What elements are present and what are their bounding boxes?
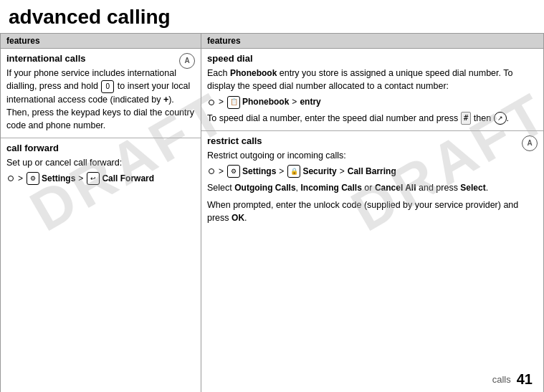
settings-label: Settings xyxy=(42,173,75,185)
call-forward-section: call forward Set up or cancel call forwa… xyxy=(1,138,201,392)
speed-dial-section: speed dial Each Phonebook entry you stor… xyxy=(201,49,543,131)
call-barring-label: Call Barring xyxy=(348,166,396,178)
zero-key-icon: 0 xyxy=(101,80,114,93)
international-calls-section: international calls A If your phone serv… xyxy=(1,49,201,138)
international-calls-icon: A xyxy=(179,53,195,69)
main-layout: features international calls A If your p… xyxy=(0,33,544,392)
phonebook-label: Phonebook xyxy=(242,96,289,108)
settings-label-rc: Settings xyxy=(242,166,276,178)
international-calls-body: If your phone service includes internati… xyxy=(6,67,195,132)
restrict-calls-section: restrict calls A Restrict outgoing or in… xyxy=(201,131,543,392)
restrict-calls-title: restrict calls xyxy=(207,135,538,146)
call-forward-label: Call Forward xyxy=(102,173,154,185)
nav-arrow-rc3: > xyxy=(340,166,345,178)
security-label: Security xyxy=(302,166,336,178)
phonebook-icon: 📋 xyxy=(227,96,240,109)
nav-arrow-rc2: > xyxy=(279,166,284,178)
send-key-icon: ↗ xyxy=(494,112,507,125)
international-calls-title: international calls xyxy=(6,53,195,64)
nav-arrow-2: > xyxy=(78,173,83,185)
nav-arrow-sd1: > xyxy=(219,96,224,108)
settings-icon: ⚙ xyxy=(27,172,39,185)
page-number-area: calls 41 xyxy=(492,371,533,388)
call-forward-nav-icon: ↩ xyxy=(87,172,100,185)
calls-label: calls xyxy=(492,374,511,385)
restrict-calls-body: Restrict outgoing or incoming calls: > ⚙… xyxy=(207,149,538,224)
speed-dial-body: Each Phonebook entry you store is assign… xyxy=(207,67,538,125)
restrict-calls-nav: > ⚙ Settings > 🔒 Security > Call Barring xyxy=(207,165,538,178)
call-forward-nav: > ⚙ Settings > ↩ Call Forward xyxy=(6,172,195,185)
nav-arrow-1: > xyxy=(18,173,23,185)
left-column: features international calls A If your p… xyxy=(0,33,201,392)
nav-arrow-sd2: > xyxy=(292,96,297,108)
speed-dial-title: speed dial xyxy=(207,53,538,64)
page-number: 41 xyxy=(517,371,533,388)
menu-dot-icon-rc xyxy=(209,168,214,174)
call-forward-body: Set up or cancel call forward: > ⚙ Setti… xyxy=(6,156,195,185)
right-header: features xyxy=(201,34,543,49)
left-header: features xyxy=(1,34,201,49)
page-title: advanced calling xyxy=(0,0,544,33)
right-column: features speed dial Each Phonebook entry… xyxy=(201,33,544,392)
entry-label: entry xyxy=(300,96,320,108)
menu-dot-icon xyxy=(8,176,14,181)
speed-dial-nav1: > 📋 Phonebook > entry xyxy=(207,96,538,109)
call-forward-title: call forward xyxy=(6,143,195,153)
settings-icon-rc: ⚙ xyxy=(227,165,240,178)
nav-arrow-rc1: > xyxy=(219,166,224,178)
menu-dot-icon-sd xyxy=(209,100,214,105)
hash-key: # xyxy=(461,112,472,125)
security-icon: 🔒 xyxy=(287,165,300,178)
